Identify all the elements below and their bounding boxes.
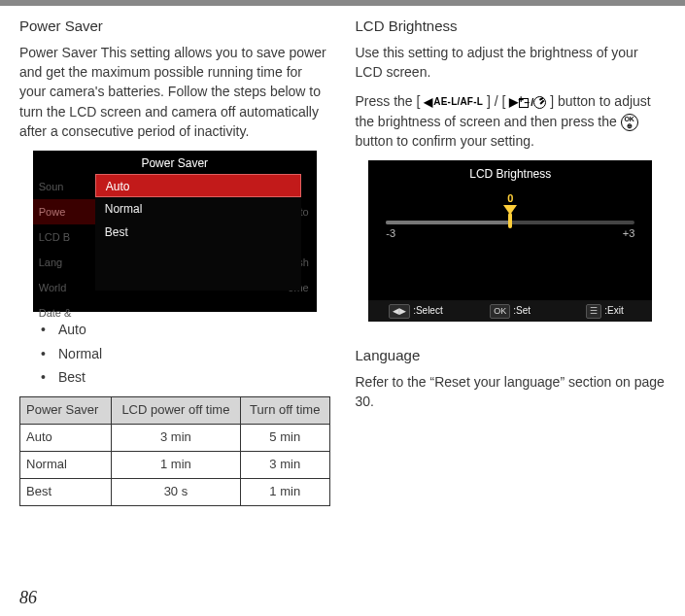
- power-saver-heading: Power Saver: [19, 16, 330, 37]
- lcd-brightness-camera-screenshot: LCD Brightness 0 -3 +3 ◀▶:Select OK:Set …: [368, 160, 652, 322]
- left-arrow-ael-afl-icon: AE-L/AF-L: [424, 94, 483, 111]
- text-fragment: button to confirm your setting.: [356, 133, 534, 149]
- right-arrow-exposure-timer-icon: /: [509, 94, 546, 111]
- cam2-slider-min: -3: [386, 226, 395, 242]
- cam2-title: LCD Brightness: [368, 160, 652, 188]
- bullet-item: Normal: [41, 344, 330, 363]
- table-cell: 1 min: [111, 451, 240, 478]
- cam2-slider-max: +3: [623, 226, 635, 242]
- cam2-footer: ◀▶:Select OK:Set ☰:Exit: [368, 300, 652, 322]
- cam2-slider-value: 0: [507, 191, 513, 207]
- cam1-side-item: Powe: [33, 199, 95, 224]
- power-saver-bullet-list: Auto Normal Best: [41, 320, 330, 387]
- page-number: 86: [19, 585, 37, 610]
- lcd-brightness-instruction: Press the [ AE-L/AF-L ] / [ / ] button t…: [356, 91, 667, 151]
- table-header: LCD power off time: [111, 397, 240, 425]
- table-cell: 5 min: [240, 424, 329, 451]
- cam2-footer-set: OK:Set: [463, 304, 558, 319]
- cam1-menu-item: Auto: [95, 174, 301, 197]
- language-description: Refer to the “Reset your language” secti…: [356, 372, 667, 412]
- cam2-footer-select: ◀▶:Select: [368, 304, 462, 319]
- ok-button-icon: [621, 114, 638, 131]
- cam2-slider-cursor: 0: [503, 205, 517, 230]
- cam1-side-list: Soun Powe LCD B Lang World Date &: [33, 174, 95, 325]
- table-cell: Normal: [20, 451, 112, 478]
- power-saver-table: Power Saver LCD power off time Turn off …: [19, 396, 330, 505]
- table-cell: 30 s: [111, 478, 240, 505]
- table-row: Best 30 s 1 min: [20, 478, 330, 505]
- table-cell: 3 min: [111, 424, 240, 451]
- cam1-side-item: LCD B: [33, 224, 95, 250]
- table-cell: Best: [20, 478, 112, 505]
- power-saver-description: Power Saver This setting allows you to s…: [19, 43, 330, 141]
- power-saver-camera-screenshot: Power Saver Soun Powe LCD B Lang World D…: [33, 151, 317, 312]
- cam1-menu-item: Normal: [95, 197, 301, 221]
- cam1-popup-menu: Auto Normal Best: [95, 174, 301, 291]
- table-header: Power Saver: [20, 397, 112, 425]
- lcd-brightness-heading: LCD Brightness: [356, 16, 667, 37]
- language-heading: Language: [356, 345, 667, 366]
- lcd-brightness-description: Use this setting to adjust the brightnes…: [356, 43, 667, 83]
- left-column: Power Saver Power Saver This setting all…: [19, 16, 330, 506]
- table-header: Turn off time: [240, 397, 329, 425]
- cam1-menu-item: Best: [95, 221, 301, 244]
- bullet-item: Auto: [41, 320, 330, 339]
- table-cell: 1 min: [240, 478, 329, 505]
- text-fragment: Press the [: [356, 93, 425, 109]
- cam1-side-item: Soun: [33, 174, 95, 199]
- table-row: Normal 1 min 3 min: [20, 451, 330, 478]
- page-content: Power Saver Power Saver This setting all…: [0, 6, 685, 506]
- table-row: Auto 3 min 5 min: [20, 424, 330, 451]
- cam1-side-item: Lang: [33, 250, 95, 275]
- bullet-item: Best: [41, 367, 330, 387]
- table-cell: 3 min: [240, 451, 329, 478]
- text-fragment: ] / [: [483, 93, 509, 109]
- table-cell: Auto: [20, 424, 112, 451]
- cam1-side-item: World: [33, 275, 95, 300]
- right-column: LCD Brightness Use this setting to adjus…: [356, 16, 667, 506]
- cam2-footer-exit: ☰:Exit: [558, 304, 652, 319]
